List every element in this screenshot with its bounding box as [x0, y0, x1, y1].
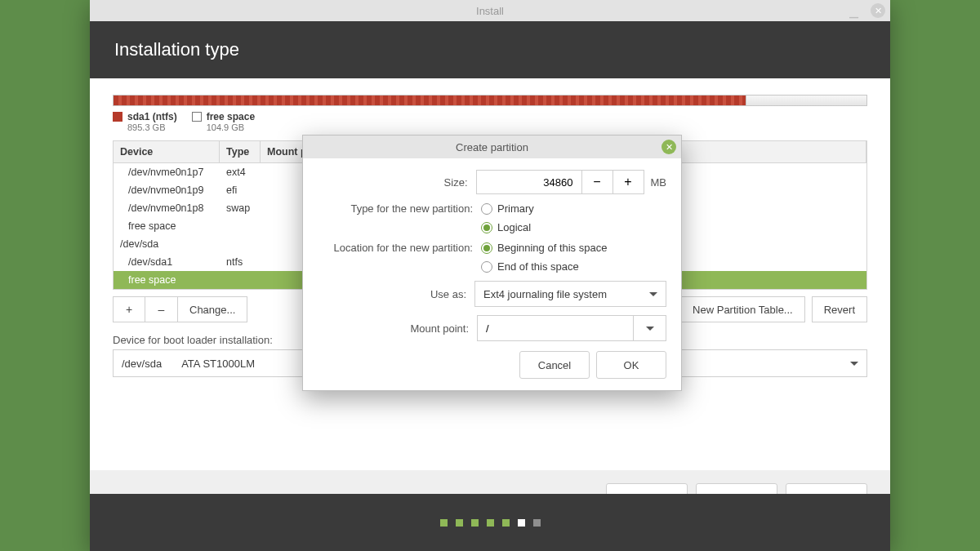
- radio-label: Primary: [497, 202, 534, 215]
- pager-dot: [502, 519, 510, 527]
- minus-icon: −: [593, 175, 600, 189]
- minus-icon: –: [158, 303, 165, 316]
- close-dialog-button[interactable]: ✕: [662, 140, 676, 154]
- window-title: Install: [476, 5, 504, 17]
- radio-icon: [481, 261, 492, 273]
- chevron-down-icon: [646, 327, 654, 335]
- legend-swatch-empty: [192, 112, 202, 122]
- pager-footer: [90, 494, 890, 551]
- legend-item-sda1: sda1 (ntfs) 895.3 GB: [113, 111, 177, 132]
- mount-point-dropdown-button[interactable]: [634, 315, 666, 341]
- pager-dot: [533, 519, 541, 527]
- legend-label: sda1 (ntfs): [127, 111, 177, 122]
- window-titlebar: Install – ✕: [90, 0, 890, 21]
- legend-sub: 895.3 GB: [127, 122, 177, 132]
- mount-point-label: Mount point:: [318, 322, 477, 335]
- size-unit: MB: [651, 176, 667, 189]
- use-as-value: Ext4 journaling file system: [483, 288, 607, 300]
- radio-logical[interactable]: Logical: [481, 221, 534, 233]
- pager-dot-current: [518, 519, 525, 527]
- col-type: Type: [220, 141, 261, 162]
- radio-label: Logical: [497, 221, 531, 233]
- legend-swatch-red: [113, 112, 122, 122]
- bootloader-device: /dev/sda: [122, 358, 162, 370]
- location-label: Location for the new partition:: [318, 242, 481, 254]
- size-input[interactable]: [476, 170, 582, 194]
- radio-icon: [481, 242, 492, 254]
- cancel-button[interactable]: Cancel: [519, 351, 590, 379]
- mount-point-input[interactable]: [477, 315, 634, 341]
- new-partition-table-button[interactable]: New Partition Table...: [680, 296, 805, 322]
- change-partition-button[interactable]: Change...: [178, 296, 247, 322]
- radio-primary[interactable]: Primary: [481, 202, 534, 215]
- legend-item-free: free space 104.9 GB: [192, 111, 255, 132]
- type-label: Type for the new partition:: [318, 202, 481, 215]
- legend-sub: 104.9 GB: [207, 122, 255, 132]
- radio-label: Beginning of this space: [497, 242, 607, 254]
- chevron-down-icon: [649, 292, 657, 300]
- pager-dot: [456, 519, 463, 527]
- radio-label: End of this space: [497, 260, 579, 273]
- dialog-title: Create partition: [456, 141, 528, 153]
- usage-seg-free: [746, 96, 866, 105]
- page-header: Installation type: [90, 21, 890, 78]
- size-label: Size:: [318, 176, 476, 189]
- radio-icon: [481, 222, 492, 233]
- disk-usage-bar: [113, 95, 867, 106]
- page-title: Installation type: [114, 39, 239, 60]
- remove-partition-button[interactable]: –: [145, 296, 178, 322]
- dialog-titlebar: Create partition ✕: [303, 136, 681, 158]
- plus-icon: +: [126, 303, 132, 316]
- usage-legend: sda1 (ntfs) 895.3 GB free space 104.9 GB: [113, 111, 867, 132]
- radio-icon: [481, 203, 492, 215]
- legend-label: free space: [207, 111, 255, 122]
- plus-icon: +: [624, 175, 631, 189]
- radio-location-beginning[interactable]: Beginning of this space: [481, 242, 607, 254]
- chevron-down-icon: [850, 362, 858, 370]
- use-as-select[interactable]: Ext4 journaling file system: [474, 281, 666, 307]
- pager-dot: [471, 519, 479, 527]
- create-partition-dialog: Create partition ✕ Size: − + MB Type for…: [302, 135, 682, 391]
- minimize-icon[interactable]: –: [849, 7, 864, 12]
- close-icon: ✕: [666, 142, 673, 153]
- ok-button[interactable]: OK: [596, 351, 666, 379]
- pager-dot: [440, 519, 448, 527]
- usage-seg-sda1: [114, 96, 746, 105]
- dialog-actions: Cancel OK: [318, 351, 666, 379]
- add-partition-button[interactable]: +: [113, 296, 145, 322]
- col-device: Device: [114, 141, 220, 162]
- revert-button[interactable]: Revert: [812, 296, 867, 322]
- size-increment-button[interactable]: +: [613, 170, 644, 194]
- size-decrement-button[interactable]: −: [582, 170, 613, 194]
- close-window-icon[interactable]: ✕: [871, 3, 885, 18]
- radio-location-end[interactable]: End of this space: [481, 260, 607, 273]
- bootloader-model: ATA ST1000LM: [181, 358, 255, 370]
- pager-dot: [487, 519, 494, 527]
- use-as-label: Use as:: [318, 288, 474, 300]
